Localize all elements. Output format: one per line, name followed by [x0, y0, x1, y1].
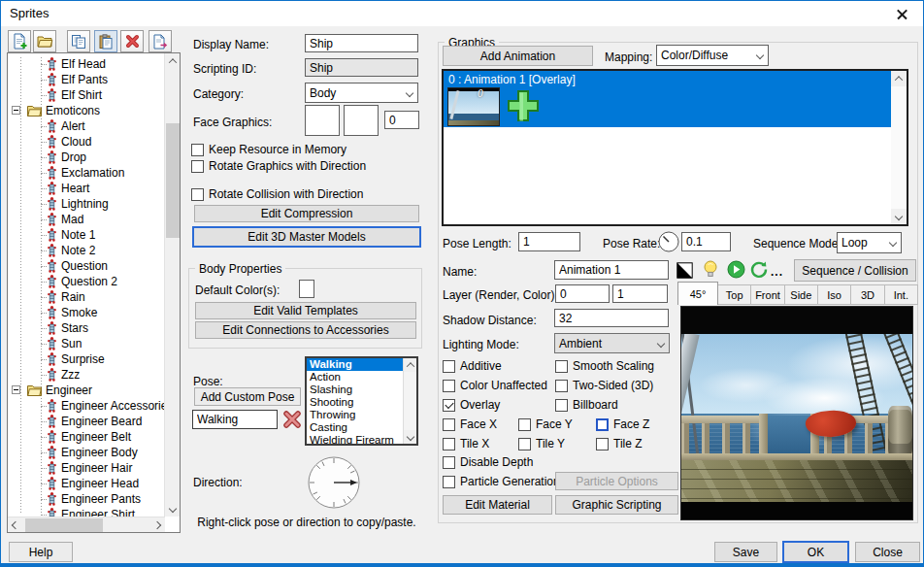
- scroll-up-icon[interactable]: [404, 358, 417, 372]
- checkbox-face-z[interactable]: Face Z: [596, 417, 649, 431]
- scrollbar-thumb[interactable]: [166, 123, 180, 238]
- scroll-up-icon[interactable]: [165, 53, 181, 69]
- tree-item[interactable]: Engineer Hair: [8, 460, 163, 476]
- checkbox-tile-x[interactable]: Tile X: [443, 437, 489, 450]
- edit-compression-button[interactable]: Edit Compression: [194, 205, 419, 222]
- tree-item[interactable]: Note 1: [8, 227, 163, 243]
- pose-list-item[interactable]: Walking: [307, 358, 416, 371]
- tree-item[interactable]: Question 2: [8, 274, 163, 289]
- scrollbar-thumb[interactable]: [25, 518, 103, 532]
- tree-horizontal-scrollbar[interactable]: [8, 517, 165, 532]
- tree-item[interactable]: Surprise: [8, 351, 163, 367]
- scroll-down-icon[interactable]: [891, 209, 907, 224]
- add-custom-pose-button[interactable]: Add Custom Pose: [194, 387, 301, 406]
- close-button-footer[interactable]: Close: [855, 542, 920, 562]
- add-graphic-button[interactable]: [506, 88, 541, 126]
- checkbox-rotate-graphics[interactable]: Rotate Graphics with Direction: [191, 159, 366, 173]
- lighting-toggle-button[interactable]: [702, 259, 719, 282]
- view-tab[interactable]: Front: [751, 284, 784, 305]
- tree-item[interactable]: Emoticons: [8, 103, 163, 118]
- graphic-scripting-button[interactable]: Graphic Scripting: [555, 495, 678, 515]
- animation-name-input[interactable]: [554, 260, 669, 280]
- scroll-up-icon[interactable]: [891, 71, 907, 86]
- pose-list-item[interactable]: Wielding Firearm: [307, 434, 416, 446]
- view-tab[interactable]: Top: [718, 284, 751, 305]
- play-animation-button[interactable]: [727, 260, 745, 282]
- open-button[interactable]: [33, 30, 56, 52]
- save-button[interactable]: Save: [714, 542, 777, 562]
- tree-item[interactable]: Sun: [8, 336, 163, 351]
- tree-item[interactable]: Elf Pants: [8, 72, 163, 87]
- view-tab[interactable]: Iso: [818, 284, 851, 305]
- tree-item[interactable]: Engineer Body: [8, 445, 163, 460]
- animation-list-item-selected[interactable]: 0 : Animation 1 [Overlay] 0: [444, 71, 891, 127]
- help-button[interactable]: Help: [9, 542, 73, 562]
- default-color-swatch[interactable]: [299, 280, 314, 298]
- tree-item[interactable]: Alert: [8, 118, 163, 134]
- display-name-input[interactable]: [305, 34, 418, 52]
- view-tab[interactable]: Side: [785, 284, 818, 305]
- pose-list-item[interactable]: Slashing: [307, 384, 416, 396]
- tree-item[interactable]: Stars: [8, 320, 163, 336]
- export-button[interactable]: [148, 30, 172, 52]
- tree-item[interactable]: Elf Head: [8, 56, 163, 72]
- pose-rate-input[interactable]: [681, 232, 731, 251]
- tree-item[interactable]: Mad: [8, 212, 163, 227]
- edit-valid-templates-button[interactable]: Edit Valid Templates: [195, 302, 416, 319]
- new-sprite-button[interactable]: [8, 30, 31, 52]
- checkbox-keep-resource[interactable]: Keep Resource in Memory: [191, 143, 346, 156]
- checkbox-smooth-scaling[interactable]: Smooth Scaling: [555, 359, 654, 373]
- more-options-button[interactable]: ...: [771, 265, 783, 279]
- layer-color-input[interactable]: [612, 284, 668, 303]
- pose-list-item[interactable]: Action: [307, 371, 416, 384]
- delete-pose-button[interactable]: [282, 411, 302, 431]
- close-button[interactable]: [894, 6, 911, 23]
- tree-item[interactable]: Engineer Pants: [8, 491, 163, 507]
- scroll-down-icon[interactable]: [404, 430, 417, 444]
- pose-list-item[interactable]: Shooting: [307, 396, 416, 409]
- layer-render-input[interactable]: [555, 284, 610, 303]
- contrast-toggle-button[interactable]: [676, 262, 693, 282]
- tree-item[interactable]: Engineer Accessories: [8, 398, 163, 414]
- view-tab[interactable]: Int.: [885, 284, 918, 305]
- pose-rate-dial[interactable]: [657, 230, 680, 256]
- checkbox-particle-generation[interactable]: Particle Generation: [443, 475, 560, 488]
- checkbox-rotate-collision[interactable]: Rotate Collision with Direction: [191, 187, 363, 201]
- face-graphics-count-input[interactable]: [384, 111, 419, 129]
- edit-material-button[interactable]: Edit Material: [443, 495, 552, 515]
- checkbox-billboard[interactable]: Billboard: [555, 398, 618, 412]
- pose-list-item[interactable]: Throwing: [307, 409, 416, 421]
- collapse-icon[interactable]: [12, 106, 20, 115]
- edit-3d-master-models-button[interactable]: Edit 3D Master Models: [192, 226, 421, 248]
- sequence-mode-select[interactable]: Loop: [837, 232, 902, 253]
- edit-connections-button[interactable]: Edit Connections to Accessories: [195, 321, 416, 339]
- pose-length-input[interactable]: [518, 232, 580, 251]
- pose-list-item[interactable]: Casting: [307, 421, 416, 434]
- tree-item[interactable]: Zzz: [8, 367, 163, 383]
- view-tab[interactable]: 45°: [677, 282, 718, 305]
- copy-button[interactable]: [67, 30, 90, 52]
- tree-item[interactable]: Engineer: [8, 383, 163, 398]
- scroll-right-icon[interactable]: [149, 517, 165, 533]
- lighting-mode-select[interactable]: Ambient: [554, 333, 670, 353]
- tree-item[interactable]: Exclamation: [8, 165, 163, 181]
- face-graphic-slot-1[interactable]: [305, 105, 340, 136]
- sprite-tree[interactable]: Elf Head Elf Pants Elf Shirt: [7, 52, 181, 533]
- animation-preview[interactable]: [680, 306, 913, 520]
- tree-item[interactable]: Engineer Belt: [8, 429, 163, 445]
- add-animation-button[interactable]: Add Animation: [443, 46, 593, 66]
- checkbox-color-unaffected[interactable]: Color Unaffected: [443, 379, 547, 392]
- collapse-icon[interactable]: [12, 385, 20, 394]
- tree-item[interactable]: Heart: [8, 181, 163, 196]
- mapping-select[interactable]: Color/Diffuse: [656, 45, 769, 66]
- checkbox-overlay[interactable]: Overlay: [443, 398, 500, 412]
- tree-item[interactable]: Rain: [8, 289, 163, 305]
- pose-list-scrollbar[interactable]: [403, 358, 416, 444]
- tree-item[interactable]: Engineer Beard: [8, 414, 163, 429]
- checkbox-tile-z[interactable]: Tile Z: [596, 437, 643, 450]
- tree-vertical-scrollbar[interactable]: [164, 53, 180, 517]
- tree-item[interactable]: Note 2: [8, 243, 163, 258]
- animation-list[interactable]: 0 : Animation 1 [Overlay] 0: [442, 69, 908, 226]
- animation-list-scrollbar[interactable]: [891, 71, 907, 224]
- checkbox-two-sided[interactable]: Two-Sided (3D): [555, 379, 653, 392]
